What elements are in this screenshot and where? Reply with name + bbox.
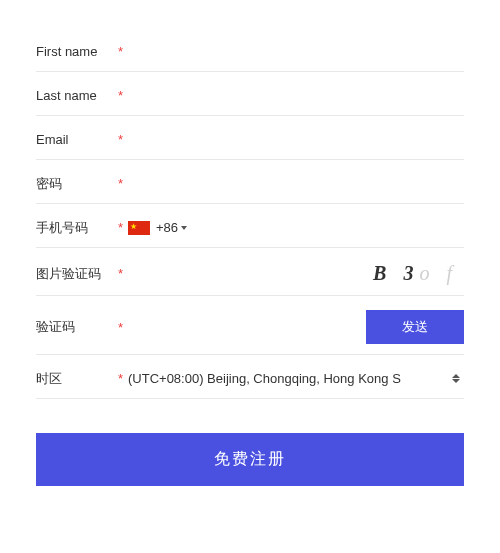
last-name-row: Last name * [36, 72, 464, 116]
required-marker: * [118, 44, 128, 59]
timezone-row: 时区 * (UTC+08:00) Beijing, Chongqing, Hon… [36, 355, 464, 399]
email-input[interactable] [128, 132, 464, 147]
required-marker: * [118, 266, 128, 281]
sms-code-label: 验证码 [36, 318, 114, 336]
captcha-row: 图片验证码 * B 3o f [36, 248, 464, 296]
chevron-down-icon [181, 226, 187, 230]
last-name-label: Last name [36, 88, 114, 103]
sms-code-input[interactable] [128, 320, 366, 335]
sort-icon [452, 374, 460, 383]
timezone-label: 时区 [36, 370, 114, 388]
sms-code-row: 验证码 * 发送 [36, 296, 464, 355]
captcha-label: 图片验证码 [36, 265, 114, 283]
dial-code-text: +86 [156, 220, 178, 235]
phone-input-area: +86 [128, 220, 464, 235]
captcha-input[interactable] [128, 266, 373, 281]
first-name-row: First name * [36, 28, 464, 72]
required-marker: * [118, 371, 128, 386]
first-name-input-area [128, 44, 464, 59]
sms-code-input-area [128, 320, 366, 335]
required-marker: * [118, 176, 128, 191]
submit-button[interactable]: 免费注册 [36, 433, 464, 486]
password-label: 密码 [36, 175, 114, 193]
last-name-input[interactable] [128, 88, 464, 103]
email-label: Email [36, 132, 114, 147]
password-input[interactable] [128, 176, 464, 191]
required-marker: * [118, 320, 128, 335]
timezone-select-wrap: (UTC+08:00) Beijing, Chongqing, Hong Kon… [128, 371, 464, 386]
first-name-input[interactable] [128, 44, 464, 59]
send-code-button[interactable]: 发送 [366, 310, 464, 344]
required-marker: * [118, 88, 128, 103]
password-input-area [128, 176, 464, 191]
required-marker: * [118, 220, 128, 235]
email-row: Email * [36, 116, 464, 160]
last-name-input-area [128, 88, 464, 103]
phone-row: 手机号码 * +86 [36, 204, 464, 248]
china-flag-icon [128, 221, 150, 235]
captcha-input-area [128, 266, 373, 281]
first-name-label: First name [36, 44, 114, 59]
registration-form: First name * Last name * Email * 密码 * [36, 28, 464, 486]
dial-code-selector[interactable]: +86 [156, 220, 187, 235]
timezone-select[interactable]: (UTC+08:00) Beijing, Chongqing, Hong Kon… [128, 371, 464, 386]
captcha-image[interactable]: B 3o f [373, 262, 464, 285]
required-marker: * [118, 132, 128, 147]
password-row: 密码 * [36, 160, 464, 204]
email-input-area [128, 132, 464, 147]
captcha-text-faint: o f [419, 262, 458, 284]
phone-label: 手机号码 [36, 219, 114, 237]
captcha-text-strong: B 3 [373, 262, 419, 284]
